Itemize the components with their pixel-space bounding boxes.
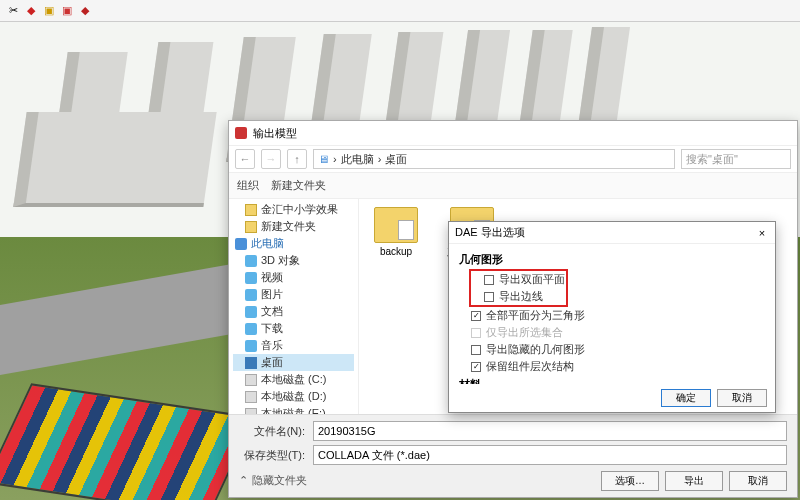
tree-item[interactable]: 新建文件夹 (233, 218, 354, 235)
colorful-building (0, 383, 255, 500)
breadcrumb[interactable]: 🖥 › 此电脑 › 桌面 (313, 149, 675, 169)
folder-tree[interactable]: 金汇中小学效果新建文件夹此电脑3D 对象视频图片文档下载音乐桌面本地磁盘 (C:… (229, 199, 359, 414)
filename-label: 文件名(N): (239, 424, 305, 439)
tree-label: 文档 (261, 304, 283, 319)
breadcrumb-pc-icon: 🖥 (318, 153, 329, 165)
tree-label: 本地磁盘 (D:) (261, 389, 326, 404)
organize-button[interactable]: 组织 (237, 178, 259, 193)
tree-label: 下载 (261, 321, 283, 336)
options-title: DAE 导出选项 (455, 225, 525, 240)
preserve-hierarchy-checkbox[interactable]: 保留组件层次结构 (459, 358, 765, 375)
tree-item[interactable]: 音乐 (233, 337, 354, 354)
app-icon (235, 127, 247, 139)
tree-item[interactable]: 金汇中小学效果 (233, 201, 354, 218)
hide-folders-toggle[interactable]: ⌃ 隐藏文件夹 (239, 473, 307, 488)
material-heading: 材料 (459, 377, 765, 384)
search-input[interactable]: 搜索"桌面" (681, 149, 791, 169)
dialog-navbar: ← → ↑ 🖥 › 此电脑 › 桌面 搜索"桌面" (229, 145, 797, 173)
drive-icon (245, 391, 257, 403)
dialog-toolbar: 组织 新建文件夹 (229, 173, 797, 199)
cancel-button[interactable]: 取消 (729, 471, 787, 491)
folder-icon (374, 207, 418, 243)
tree-item[interactable]: 视频 (233, 269, 354, 286)
blue-icon (245, 255, 257, 267)
blue-icon (245, 289, 257, 301)
new-folder-button[interactable]: 新建文件夹 (271, 178, 326, 193)
options-button[interactable]: 选项… (601, 471, 659, 491)
folder-icon (245, 204, 257, 216)
blue-icon (245, 272, 257, 284)
highlight-box: 导出双面平面 导出边线 (469, 269, 568, 307)
export-edges-checkbox[interactable]: 导出边线 (472, 288, 565, 305)
geometry-heading: 几何图形 (459, 252, 765, 267)
nav-up-button[interactable]: ↑ (287, 149, 307, 169)
triangulate-checkbox[interactable]: 全部平面分为三角形 (459, 307, 765, 324)
tree-label: 此电脑 (251, 236, 284, 251)
nav-fwd-button[interactable]: → (261, 149, 281, 169)
tree-label: 金汇中小学效果 (261, 202, 338, 217)
desktop-icon (245, 357, 257, 369)
tree-item[interactable]: 本地磁盘 (E:) (233, 405, 354, 414)
tree-label: 桌面 (261, 355, 283, 370)
tree-item[interactable]: 下载 (233, 320, 354, 337)
cube-red-icon[interactable]: ▣ (60, 4, 74, 18)
close-icon[interactable]: × (755, 226, 769, 240)
blue-icon (245, 306, 257, 318)
scissors-icon[interactable]: ✂ (6, 4, 20, 18)
filename-input[interactable]: 20190315G (313, 421, 787, 441)
type-label: 保存类型(T): (239, 448, 305, 463)
folder-icon (245, 221, 257, 233)
file-item[interactable]: backup (367, 207, 425, 257)
type-select[interactable]: COLLADA 文件 (*.dae) (313, 445, 787, 465)
pc-icon (235, 238, 247, 250)
tree-label: 新建文件夹 (261, 219, 316, 234)
nav-back-button[interactable]: ← (235, 149, 255, 169)
tree-item[interactable]: 本地磁盘 (C:) (233, 371, 354, 388)
dialog-bottom: 文件名(N): 20190315G 保存类型(T): COLLADA 文件 (*… (229, 414, 797, 497)
dialog-titlebar: 输出模型 (229, 121, 797, 145)
export-selection-checkbox: 仅导出所选集合 (459, 324, 765, 341)
tree-label: 图片 (261, 287, 283, 302)
drive-icon (245, 374, 257, 386)
dae-options-dialog: DAE 导出选项 × 几何图形 导出双面平面 导出边线 全部平面分为三角形 仅导… (448, 221, 776, 413)
tree-item[interactable]: 桌面 (233, 354, 354, 371)
tree-label: 音乐 (261, 338, 283, 353)
ok-button[interactable]: 确定 (661, 389, 711, 407)
export-hidden-checkbox[interactable]: 导出隐藏的几何图形 (459, 341, 765, 358)
tree-label: 视频 (261, 270, 283, 285)
tree-item[interactable]: 本地磁盘 (D:) (233, 388, 354, 405)
dialog-title: 输出模型 (253, 126, 297, 141)
tree-label: 本地磁盘 (E:) (261, 406, 326, 414)
export-two-sided-checkbox[interactable]: 导出双面平面 (472, 271, 565, 288)
opt-cancel-button[interactable]: 取消 (717, 389, 767, 407)
tree-label: 3D 对象 (261, 253, 300, 268)
tree-item[interactable]: 此电脑 (233, 235, 354, 252)
export-button[interactable]: 导出 (665, 471, 723, 491)
blue-icon (245, 340, 257, 352)
tree-label: 本地磁盘 (C:) (261, 372, 326, 387)
file-label: backup (380, 246, 412, 257)
gem-icon[interactable]: ◆ (24, 4, 38, 18)
gem2-icon[interactable]: ◆ (78, 4, 92, 18)
cube-yellow-icon[interactable]: ▣ (42, 4, 56, 18)
tree-item[interactable]: 文档 (233, 303, 354, 320)
tree-item[interactable]: 3D 对象 (233, 252, 354, 269)
chevron-up-icon: ⌃ (239, 474, 248, 487)
tree-item[interactable]: 图片 (233, 286, 354, 303)
blue-icon (245, 323, 257, 335)
main-toolbar: ✂ ◆ ▣ ▣ ◆ (0, 0, 800, 22)
